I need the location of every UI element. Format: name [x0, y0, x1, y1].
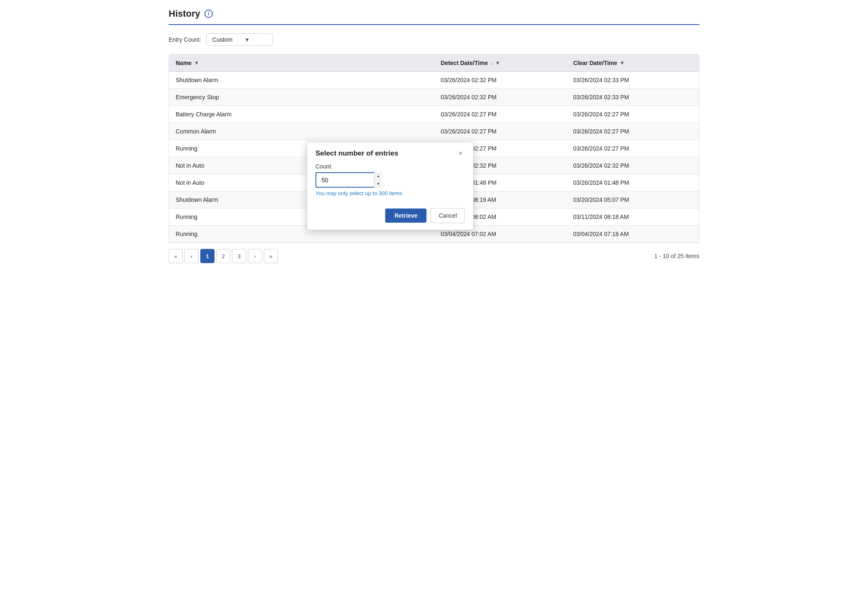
count-input-wrapper: ▲ ▼ — [315, 172, 382, 188]
spinner-down-button[interactable]: ▼ — [374, 180, 382, 188]
table-row: Common Alarm 03/26/2024 02:27 PM 03/26/2… — [169, 123, 699, 140]
cell-clear: 03/26/2024 02:33 PM — [567, 89, 699, 106]
name-filter-icon[interactable]: ▼ — [194, 60, 199, 66]
detect-sort-icon[interactable]: ↓ — [490, 60, 493, 65]
spinner-buttons: ▲ ▼ — [374, 172, 382, 188]
page-last-button[interactable]: » — [264, 249, 278, 263]
table-header-row: Name ▼ Detect Date/Time ↓ ▼ Clear — [169, 55, 699, 72]
modal-dialog: Select number of entries × Count ▲ ▼ You… — [307, 142, 474, 230]
col-header-detect: Detect Date/Time ↓ ▼ — [434, 55, 567, 72]
page-header: History i — [169, 8, 699, 25]
detect-filter-icon[interactable]: ▼ — [495, 60, 500, 66]
cell-clear: 03/26/2024 02:27 PM — [567, 106, 699, 123]
toolbar: Entry Count: Custom ▼ — [169, 33, 699, 46]
cell-name: Battery Charge Alarm — [169, 106, 434, 123]
modal-header: Select number of entries × — [307, 142, 473, 163]
modal-body: Count ▲ ▼ You may only select up to 300 … — [307, 163, 473, 203]
cell-clear: 03/26/2024 02:27 PM — [567, 140, 699, 157]
entry-count-dropdown[interactable]: Custom ▼ — [206, 33, 273, 46]
cell-detect: 03/26/2024 02:32 PM — [434, 89, 567, 106]
modal-footer: Retrieve Cancel — [307, 203, 473, 230]
page-wrapper: History i Entry Count: Custom ▼ Name ▼ — [159, 0, 709, 273]
cell-detect: 03/26/2024 02:27 PM — [434, 106, 567, 123]
clear-filter-icon[interactable]: ▼ — [620, 60, 625, 66]
page-3-button[interactable]: 3 — [232, 249, 246, 263]
count-label: Count — [315, 163, 465, 170]
col-header-clear: Clear Date/Time ▼ — [567, 55, 699, 72]
cell-name: Emergency Stop — [169, 89, 434, 106]
cell-clear: 03/04/2024 07:18 AM — [567, 226, 699, 243]
pagination-controls: « ‹ 1 2 3 › » — [169, 249, 278, 263]
page-1-button[interactable]: 1 — [200, 249, 214, 263]
cell-clear: 03/11/2024 08:18 AM — [567, 209, 699, 226]
page-title: History — [169, 8, 200, 19]
entry-count-label: Entry Count: — [169, 36, 201, 43]
page-first-button[interactable]: « — [169, 249, 183, 263]
cell-clear: 03/26/2024 02:32 PM — [567, 157, 699, 174]
table-row: Emergency Stop 03/26/2024 02:32 PM 03/26… — [169, 89, 699, 106]
cell-clear: 03/20/2024 05:07 PM — [567, 191, 699, 209]
pagination-summary: 1 - 10 of 25 items — [654, 253, 699, 259]
dropdown-arrow-icon: ▼ — [245, 37, 268, 43]
cell-clear: 03/26/2024 01:48 PM — [567, 174, 699, 191]
table-row: Shutdown Alarm 03/26/2024 02:32 PM 03/26… — [169, 72, 699, 89]
cell-detect: 03/26/2024 02:27 PM — [434, 123, 567, 140]
cell-name: Shutdown Alarm — [169, 72, 434, 89]
col-header-name: Name ▼ — [169, 55, 434, 72]
cell-detect: 03/26/2024 02:32 PM — [434, 72, 567, 89]
info-icon[interactable]: i — [204, 10, 213, 18]
cancel-button[interactable]: Cancel — [431, 208, 465, 223]
spinner-up-button[interactable]: ▲ — [374, 172, 382, 180]
modal-title: Select number of entries — [315, 149, 398, 158]
helper-text: You may only select up to 300 items — [315, 190, 465, 196]
page-prev-button[interactable]: ‹ — [184, 249, 199, 263]
page-next-button[interactable]: › — [248, 249, 262, 263]
pagination-bar: « ‹ 1 2 3 › » 1 - 10 of 25 items — [169, 243, 699, 263]
cell-clear: 03/26/2024 02:27 PM — [567, 123, 699, 140]
count-input[interactable] — [315, 172, 382, 188]
entry-count-value: Custom — [212, 36, 236, 43]
table-row: Battery Charge Alarm 03/26/2024 02:27 PM… — [169, 106, 699, 123]
retrieve-button[interactable]: Retrieve — [385, 209, 426, 223]
cell-clear: 03/26/2024 02:33 PM — [567, 72, 699, 89]
page-2-button[interactable]: 2 — [216, 249, 230, 263]
modal-close-button[interactable]: × — [456, 149, 465, 158]
cell-name: Common Alarm — [169, 123, 434, 140]
